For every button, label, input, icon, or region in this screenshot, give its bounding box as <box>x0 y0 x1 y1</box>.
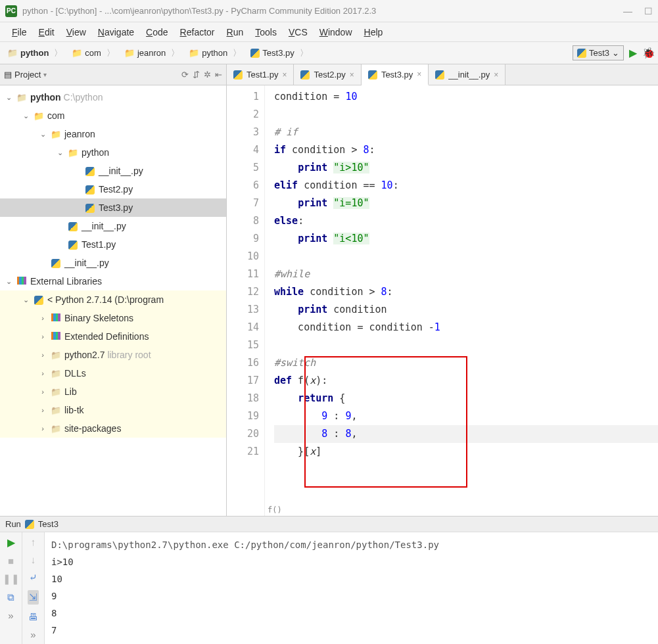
tree-node-binary-skeletons[interactable]: ›Binary Skeletons <box>0 309 226 327</box>
close-icon[interactable]: × <box>282 70 287 80</box>
chevron-down-icon[interactable] <box>43 71 47 78</box>
more-button-2[interactable]: » <box>30 629 35 640</box>
menu-help[interactable]: Help <box>359 25 388 39</box>
tab-test2-py[interactable]: Test2.py× <box>294 64 361 85</box>
expand-arrow[interactable]: › <box>38 351 47 359</box>
layout-button[interactable]: ⧉ <box>7 591 14 603</box>
code-line[interactable]: else: <box>274 212 658 230</box>
code-line[interactable]: while condition > 8: <box>274 283 658 301</box>
expand-arrow[interactable]: ⌄ <box>21 112 30 120</box>
tree-node-extended-definitions[interactable]: ›Extended Definitions <box>0 327 226 346</box>
project-tree[interactable]: ⌄python C:\python⌄com⌄jeanron⌄python__in… <box>0 85 226 516</box>
code-line[interactable]: print condition <box>274 301 658 319</box>
tree-node-test3-py[interactable]: Test3.py <box>0 198 226 217</box>
expand-arrow[interactable]: ⌄ <box>4 93 13 102</box>
menu-tools[interactable]: Tools <box>250 25 282 39</box>
panel-toolbar-icon[interactable]: ✲ <box>204 70 211 80</box>
expand-arrow[interactable]: ⌄ <box>21 296 30 304</box>
menu-vcs[interactable]: VCS <box>283 25 313 39</box>
expand-arrow[interactable]: › <box>38 333 47 340</box>
code-line[interactable]: 8 : 8, <box>274 425 658 443</box>
crumb-jeanron[interactable]: jeanron〉 <box>120 45 184 61</box>
expand-arrow[interactable]: › <box>38 314 47 322</box>
expand-arrow[interactable]: ⌄ <box>55 149 64 157</box>
tree-node-external-libraries[interactable]: ⌄External Libraries <box>0 272 226 290</box>
code-line[interactable]: print "i>10" <box>274 159 658 177</box>
run-button[interactable]: ▶ <box>629 47 637 59</box>
tab-test1-py[interactable]: Test1.py× <box>227 64 294 85</box>
code-line[interactable] <box>274 106 658 124</box>
code-line[interactable]: print "i<10" <box>274 230 658 248</box>
crumb-python[interactable]: python〉 <box>184 45 246 61</box>
menu-window[interactable]: Window <box>314 25 358 39</box>
tree-node-python2-7[interactable]: ›python2.7 library root <box>0 346 226 364</box>
wrap-button[interactable]: ⤶ <box>29 572 37 584</box>
crumb-test3-py[interactable]: Test3.py〉 <box>246 45 312 61</box>
menu-navigate[interactable]: Navigate <box>93 25 139 39</box>
menu-run[interactable]: Run <box>222 25 249 39</box>
tree-node-python[interactable]: ⌄python <box>0 143 226 162</box>
scroll-button[interactable]: ⇲ <box>28 590 39 605</box>
panel-toolbar-icon[interactable]: ⟳ <box>181 70 189 80</box>
run-panel-header[interactable]: Run Test3 <box>0 517 658 532</box>
close-icon[interactable]: × <box>417 70 421 79</box>
tree-node-com[interactable]: ⌄com <box>0 106 226 125</box>
code-line[interactable] <box>274 336 658 354</box>
code-line[interactable]: if condition > 8: <box>274 141 658 159</box>
tree-node-__init__-py[interactable]: __init__.py <box>0 217 226 235</box>
minimize-button[interactable]: — <box>623 6 632 16</box>
code-line[interactable]: condition = condition -1 <box>274 319 658 336</box>
menu-edit[interactable]: Edit <box>34 25 60 39</box>
expand-arrow[interactable]: › <box>38 425 47 432</box>
code-editor[interactable]: 123456789101112131415161718192021 condit… <box>227 85 658 516</box>
tree-node-test2-py[interactable]: Test2.py <box>0 180 226 198</box>
code-line[interactable]: }[x] <box>274 443 658 461</box>
run-output[interactable]: D:\programs\python2.7\python.exe C:/pyth… <box>45 532 658 644</box>
tree-node-dlls[interactable]: ›DLLs <box>0 364 226 382</box>
breadcrumb[interactable]: python〉com〉jeanron〉python〉Test3.py〉 <box>3 45 573 61</box>
menu-refactor[interactable]: Refactor <box>175 25 220 39</box>
code-line[interactable] <box>274 248 658 265</box>
tree-node-__init__-py[interactable]: __init__.py <box>0 162 226 180</box>
rerun-button[interactable]: ▶ <box>7 536 15 549</box>
expand-arrow[interactable]: ⌄ <box>4 277 13 286</box>
tree-node-lib-tk[interactable]: ›lib-tk <box>0 401 226 419</box>
tree-node-jeanron[interactable]: ⌄jeanron <box>0 125 226 143</box>
code-line[interactable]: print "i=10" <box>274 195 658 212</box>
tree-node-site-packages[interactable]: ›site-packages <box>0 419 226 438</box>
panel-toolbar-icon[interactable]: ⇵ <box>193 70 200 80</box>
tree-node-lib[interactable]: ›Lib <box>0 382 226 401</box>
down-button[interactable]: ↓ <box>31 554 36 565</box>
menu-view[interactable]: View <box>61 25 91 39</box>
debug-button[interactable]: 🐞 <box>642 47 655 59</box>
tree-node--python-2-7-14-d-program[interactable]: ⌄< Python 2.7.14 (D:\program <box>0 290 226 309</box>
expand-arrow[interactable]: ⌄ <box>38 130 47 139</box>
expand-arrow[interactable]: › <box>38 369 47 377</box>
panel-toolbar-icon[interactable]: ⇤ <box>215 70 222 80</box>
maximize-button[interactable]: ☐ <box>644 6 653 16</box>
code-line[interactable]: return { <box>274 390 658 407</box>
close-icon[interactable]: × <box>350 70 354 80</box>
code-line[interactable]: elif condition == 10: <box>274 177 658 195</box>
code-line[interactable]: # if <box>274 124 658 141</box>
more-button[interactable]: » <box>8 610 13 621</box>
code-line[interactable]: def f(x): <box>274 372 658 390</box>
code-content[interactable]: condition = 10# ifif condition > 8: prin… <box>265 85 658 516</box>
tree-node-python[interactable]: ⌄python C:\python <box>0 88 226 106</box>
crumb-python[interactable]: python〉 <box>3 45 67 61</box>
pause-button[interactable]: ❚❚ <box>3 573 20 585</box>
code-line[interactable]: condition = 10 <box>274 88 658 106</box>
code-line[interactable]: #switch <box>274 354 658 372</box>
expand-arrow[interactable]: › <box>38 406 47 414</box>
print-button[interactable]: 🖶 <box>28 611 38 622</box>
code-line[interactable]: 9 : 9, <box>274 407 658 425</box>
expand-arrow[interactable]: › <box>38 388 47 396</box>
run-config-selector[interactable]: Test3 ⌄ <box>573 45 624 61</box>
tab-__init__-py[interactable]: __init__.py× <box>429 64 505 85</box>
crumb-com[interactable]: com〉 <box>67 45 120 61</box>
stop-button[interactable]: ■ <box>8 555 14 566</box>
close-icon[interactable]: × <box>494 70 498 80</box>
tree-node-test1-py[interactable]: Test1.py <box>0 235 226 254</box>
code-line[interactable]: #while <box>274 265 658 283</box>
tree-node-__init__-py[interactable]: __init__.py <box>0 254 226 272</box>
